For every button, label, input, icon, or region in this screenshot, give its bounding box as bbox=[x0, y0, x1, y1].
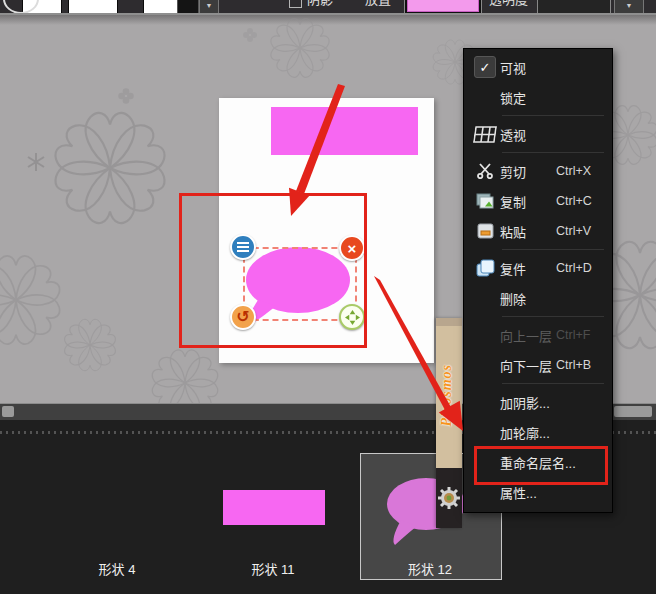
line-color-swatch[interactable] bbox=[143, 0, 179, 13]
menu-item-label: 锁定 bbox=[500, 88, 556, 107]
gear-logo-icon bbox=[437, 486, 461, 510]
menu-separator bbox=[502, 383, 604, 384]
menu-item-label: 加阴影... bbox=[500, 393, 556, 412]
top-toolbar: ▼ 阴影 放置 透明度 ▼ bbox=[0, 0, 656, 13]
checkmark-icon: ✓ bbox=[474, 56, 496, 78]
shape-rectangle-layer[interactable] bbox=[271, 107, 418, 155]
menu-item-copy[interactable]: 复制Ctrl+C bbox=[464, 186, 612, 216]
menu-icon-cell bbox=[470, 223, 500, 239]
menu-item-label: 可视 bbox=[500, 58, 556, 77]
menu-icon-cell bbox=[470, 259, 500, 277]
menu-item-shortcut: Ctrl+F bbox=[556, 328, 612, 342]
copy-icon bbox=[476, 193, 494, 209]
menu-item-cut[interactable]: 剪切Ctrl+X bbox=[464, 156, 612, 186]
menu-item-label: 复件 bbox=[500, 259, 556, 278]
menu-item-shortcut: Ctrl+B bbox=[556, 358, 612, 372]
menu-item-label: 透视 bbox=[500, 125, 556, 144]
menu-item-lock[interactable]: 锁定 bbox=[464, 82, 612, 112]
menu-item-label: 向上一层 bbox=[500, 326, 556, 345]
menu-item-label: 加轮廓... bbox=[500, 423, 556, 442]
app-window: ▼ 阴影 放置 透明度 ▼ bbox=[0, 0, 656, 594]
toolbar-bottom-edge bbox=[0, 13, 656, 15]
menu-item-add-shadow[interactable]: 加阴影... bbox=[464, 387, 612, 417]
menu-item-bring-forward: 向上一层Ctrl+F bbox=[464, 320, 612, 350]
thumbnail-label-shape-4[interactable]: 形状 4 bbox=[72, 559, 162, 578]
menu-icon-cell bbox=[470, 126, 500, 143]
menu-item-label: 删除 bbox=[500, 289, 556, 308]
menu-item-shortcut: Ctrl+X bbox=[556, 164, 612, 178]
menu-check-cell: ✓ bbox=[470, 56, 500, 78]
shape-color-swatch bbox=[407, 0, 479, 12]
opacity-value-field[interactable] bbox=[537, 0, 611, 13]
menu-item-send-backward[interactable]: 向下一层Ctrl+B bbox=[464, 350, 612, 380]
paste-icon bbox=[477, 223, 494, 239]
menu-separator bbox=[502, 316, 604, 317]
shape-color-picker[interactable] bbox=[404, 0, 482, 13]
menu-item-label: 属性... bbox=[500, 483, 556, 502]
opacity-dropdown-button[interactable]: ▼ bbox=[614, 0, 644, 13]
menu-item-visible[interactable]: ✓可视 bbox=[464, 52, 612, 82]
grid-icon bbox=[473, 126, 497, 143]
watermark-text: Picosmos bbox=[439, 364, 455, 426]
annotation-box-selection bbox=[179, 193, 367, 348]
menu-icon-cell bbox=[470, 163, 500, 179]
scrollbar-thumb-left[interactable] bbox=[2, 406, 14, 417]
menu-item-label: 复制 bbox=[500, 192, 556, 211]
menu-item-delete[interactable]: 删除 bbox=[464, 283, 612, 313]
menu-item-label: 剪切 bbox=[500, 162, 556, 181]
scrollbar-thumb-right[interactable] bbox=[614, 406, 652, 417]
shadow-checkbox[interactable] bbox=[289, 0, 302, 8]
menu-item-label: 粘贴 bbox=[500, 222, 556, 241]
menu-separator bbox=[502, 249, 604, 250]
menu-item-add-outline[interactable]: 加轮廓... bbox=[464, 417, 612, 447]
menu-separator bbox=[502, 115, 604, 116]
thumbnail-shape-11-rectangle[interactable] bbox=[223, 490, 325, 525]
style-swatch[interactable] bbox=[68, 0, 118, 13]
menu-item-duplicate[interactable]: 复件Ctrl+D bbox=[464, 253, 612, 283]
layer-context-menu: ✓可视锁定透视剪切Ctrl+X复制Ctrl+C粘贴Ctrl+V复件Ctrl+D删… bbox=[463, 48, 613, 513]
dropdown-arrow-button[interactable]: ▼ bbox=[199, 0, 219, 13]
thumbnail-label-shape-11[interactable]: 形状 11 bbox=[228, 559, 318, 578]
watermark-strip: Picosmos bbox=[436, 318, 462, 528]
menu-item-shortcut: Ctrl+C bbox=[556, 194, 612, 208]
menu-separator bbox=[502, 152, 604, 153]
menu-item-shortcut: Ctrl+D bbox=[556, 261, 612, 275]
annotation-box-rename-layer bbox=[474, 446, 608, 485]
scissors-icon bbox=[477, 163, 493, 179]
placement-label: 放置 bbox=[365, 0, 391, 6]
thumbnail-label-shape-12[interactable]: 形状 12 bbox=[385, 559, 475, 578]
menu-item-perspective[interactable]: 透视 bbox=[464, 119, 612, 149]
menu-icon-cell bbox=[470, 193, 500, 209]
spinner-field[interactable] bbox=[177, 0, 199, 13]
duplicate-icon bbox=[476, 259, 495, 277]
opacity-label: 透明度 bbox=[489, 0, 528, 6]
menu-item-paste[interactable]: 粘贴Ctrl+V bbox=[464, 216, 612, 246]
menu-item-label: 向下一层 bbox=[500, 356, 556, 375]
menu-item-shortcut: Ctrl+V bbox=[556, 224, 612, 238]
shadow-checkbox-label: 阴影 bbox=[307, 0, 333, 6]
